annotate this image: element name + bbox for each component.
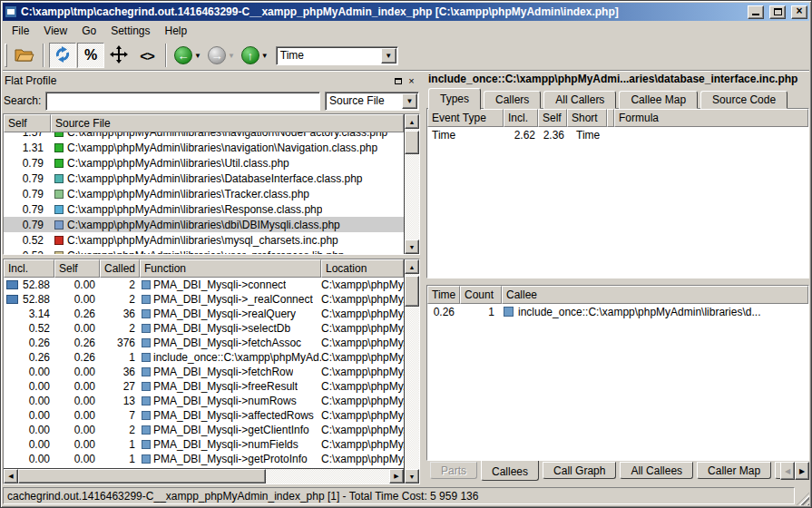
file-row[interactable]: 0.79 C:\xampp\phpMyAdmin\libraries\Respo… — [4, 201, 404, 217]
up-dropdown-icon[interactable]: ▼ — [261, 52, 269, 60]
function-row[interactable]: 52.88 0.00 2 PMA_DBI_Mysqli->connect C:\… — [4, 278, 404, 292]
column-header-empty[interactable] — [607, 109, 614, 127]
menu-item[interactable]: Help — [158, 22, 195, 40]
toolbar: % <> ← ▼ → ▼ ↑ ▼ Time — [3, 41, 809, 71]
scrollbar-thumb[interactable] — [405, 276, 419, 307]
function-table-vscrollbar[interactable]: ▲ ▼ — [404, 259, 419, 484]
minimize-button[interactable] — [748, 5, 764, 19]
function-row[interactable]: 3.14 0.26 36 PMA_DBI_Mysqli->realQuery C… — [4, 307, 404, 321]
scroll-up-icon[interactable]: ▲ — [405, 114, 419, 129]
search-input[interactable] — [45, 92, 320, 111]
column-header-incl[interactable]: Incl. — [4, 259, 54, 278]
file-self-value: 1.31 — [4, 142, 47, 154]
close-dock-button[interactable]: × — [405, 74, 418, 87]
function-row[interactable]: 52.88 0.00 2 PMA_DBI_Mysqli->_realConnec… — [4, 292, 404, 307]
scroll-up-icon[interactable]: ▲ — [405, 259, 419, 274]
column-header-callee[interactable]: Callee — [502, 286, 808, 304]
scroll-down-icon[interactable]: ▼ — [405, 469, 419, 484]
float-dock-button[interactable] — [391, 74, 405, 87]
menu-item[interactable]: View — [36, 22, 74, 40]
detail-tab[interactable]: Source Code — [700, 91, 788, 109]
maximize-button[interactable] — [769, 5, 786, 19]
function-row[interactable]: 0.26 0.26 1 include_once::C:\xampp\phpMy… — [4, 350, 404, 365]
grouping-select[interactable]: Source File ▼ — [325, 92, 419, 111]
detail-tab[interactable]: Callers — [484, 91, 541, 109]
function-row[interactable]: 0.00 0.00 7 PMA_DBI_Mysqli->affectedRows… — [4, 408, 404, 423]
back-dropdown-icon[interactable]: ▼ — [194, 52, 201, 60]
detail-bottom-tab[interactable]: Parts — [430, 462, 477, 479]
column-header-event-type[interactable]: Event Type — [427, 109, 504, 127]
file-row[interactable]: 0.52 C:\xampp\phpMyAdmin\libraries\user_… — [4, 248, 404, 254]
column-header-count[interactable]: Count — [460, 286, 502, 304]
event-type-row[interactable]: Time 2.62 2.36 Time — [427, 127, 808, 142]
scrollbar-thumb[interactable] — [405, 131, 419, 154]
panel-splitter[interactable] — [420, 73, 426, 484]
column-header-short[interactable]: Short — [567, 109, 607, 127]
file-row[interactable]: 1.57 C:\xampp\phpMyAdmin\libraries\navig… — [4, 132, 404, 140]
back-button[interactable]: ← ▼ — [171, 43, 204, 68]
function-row[interactable]: 0.00 0.00 36 PMA_DBI_Mysqli->fetchRow C:… — [4, 365, 404, 379]
detail-tab[interactable]: Types — [428, 88, 481, 110]
tab-scroll-left-icon[interactable]: ◀ — [780, 462, 795, 480]
function-row[interactable]: 0.26 0.26 376 PMA_DBI_Mysqli->fetchAssoc… — [4, 336, 404, 350]
up-button[interactable]: ↑ ▼ — [239, 43, 271, 68]
scroll-left-icon[interactable]: ◀ — [4, 469, 18, 484]
column-header-self[interactable]: Self — [54, 259, 100, 278]
column-header-source-file[interactable]: Source File — [51, 114, 404, 132]
function-row[interactable]: 0.00 0.00 1 PMA_DBI_Mysqli->getProtoInfo… — [4, 452, 404, 466]
detail-tab[interactable]: All Callers — [543, 91, 616, 109]
refresh-button[interactable] — [49, 43, 76, 68]
function-table-hscrollbar[interactable]: ◀ ▶ — [4, 468, 404, 484]
menu-item[interactable]: Settings — [103, 22, 157, 40]
function-row[interactable]: 0.00 0.00 2 PMA_DBI_Mysqli->getClientInf… — [4, 423, 404, 437]
tab-scroll-right-icon[interactable]: ▶ — [795, 462, 809, 480]
expand-collapse-button[interactable]: <> — [133, 43, 161, 68]
column-header-self[interactable]: Self — [4, 114, 51, 132]
function-row[interactable]: 0.52 0.00 2 PMA_DBI_Mysqli->selectDb C:\… — [4, 321, 404, 336]
back-icon: ← — [174, 46, 192, 64]
file-row[interactable]: 0.79 C:\xampp\phpMyAdmin\libraries\Track… — [4, 186, 404, 201]
detail-bottom-tab[interactable]: Caller Map — [697, 462, 771, 479]
close-button[interactable]: × — [791, 5, 807, 19]
file-table-vscrollbar[interactable]: ▲ ▼ — [404, 114, 419, 254]
scroll-down-icon[interactable]: ▼ — [405, 239, 419, 254]
open-file-button[interactable] — [11, 43, 38, 68]
column-header-self[interactable]: Self — [538, 109, 567, 127]
menu-item[interactable]: Go — [74, 22, 103, 40]
column-header-function[interactable]: Function — [140, 259, 321, 278]
column-header-time[interactable]: Time — [427, 286, 460, 304]
menu-item[interactable]: File — [5, 22, 36, 40]
up-icon: ↑ — [241, 46, 259, 64]
file-row[interactable]: 0.52 C:\xampp\phpMyAdmin\libraries\mysql… — [4, 232, 404, 248]
function-row[interactable]: 0.00 0.00 27 PMA_DBI_Mysqli->freeResult … — [4, 379, 404, 394]
column-header-location[interactable]: Location — [321, 259, 404, 278]
detail-tab[interactable]: Callee Map — [619, 91, 698, 109]
forward-button[interactable]: → ▼ — [205, 43, 238, 68]
file-row[interactable]: 0.79 C:\xampp\phpMyAdmin\libraries\Util.… — [4, 155, 404, 171]
resize-grip-icon[interactable] — [797, 493, 809, 505]
chevron-down-icon[interactable]: ▼ — [381, 48, 396, 64]
callee-row[interactable]: 0.26 1 include_once::C:\xampp\phpMyAdmin… — [427, 304, 808, 319]
dock-layout-button[interactable] — [105, 43, 132, 68]
column-header-formula[interactable]: Formula — [614, 109, 808, 127]
toolbar-handle[interactable] — [5, 44, 7, 67]
function-row[interactable]: 0.00 0.00 1 PMA_DBI_Mysqli->numFields C:… — [4, 437, 404, 452]
func-location: C:\xampp\phpMy... — [321, 322, 404, 335]
func-location: C:\xampp\phpMy... — [321, 351, 404, 364]
percentage-toggle-button[interactable]: % — [77, 43, 104, 68]
scroll-right-icon[interactable]: ▶ — [389, 469, 404, 484]
grouping-value: Source File — [326, 94, 402, 107]
function-row[interactable]: 0.00 0.00 13 PMA_DBI_Mysqli->numRows C:\… — [4, 394, 404, 408]
column-header-incl[interactable]: Incl. — [504, 109, 538, 127]
file-row[interactable]: 0.79 C:\xampp\phpMyAdmin\libraries\Datab… — [4, 171, 404, 186]
chevron-down-icon[interactable]: ▼ — [402, 93, 417, 109]
event-type-select[interactable]: Time ▼ — [276, 46, 398, 65]
callees-table-header: Time Count Callee — [427, 286, 808, 304]
column-header-called[interactable]: Called — [100, 259, 140, 278]
file-row[interactable]: 1.31 C:\xampp\phpMyAdmin\libraries\navig… — [4, 140, 404, 155]
detail-bottom-tab[interactable]: All Callees — [620, 462, 693, 479]
scrollbar-thumb[interactable] — [18, 469, 266, 484]
file-row[interactable]: 0.79 C:\xampp\phpMyAdmin\libraries\dbi\D… — [4, 217, 404, 232]
detail-bottom-tab[interactable]: Call Graph — [543, 462, 616, 479]
detail-bottom-tab[interactable]: Callees — [481, 461, 539, 481]
